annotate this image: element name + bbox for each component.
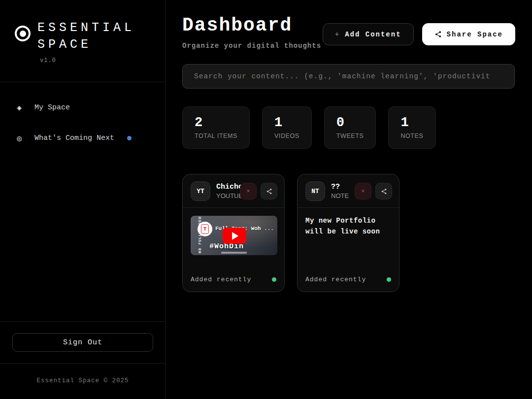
stat-label: VIDEOS [274,133,299,139]
play-button[interactable] [223,228,246,244]
stats-row: 2 TOTAL ITEMS 1 VIDEOS 0 TWEETS 1 NOTES [182,106,515,149]
card-body: HD FULL VIDEO T Full Song: Woh ... #WohD… [183,208,284,276]
stat-card-total-items: 2 TOTAL ITEMS [182,106,250,149]
brand-line-2: SPACE [37,36,135,53]
brand-name: ESSENTIAL SPACE [37,20,135,53]
page-subtitle: Organize your digital thoughts [182,42,321,50]
plus-icon: + [335,31,340,38]
stat-card-notes: 1 NOTES [388,106,435,149]
content-card-note: NT ?? NOTE × [297,174,399,292]
card-title: Chichore [216,183,239,191]
page-title: Dashboard [182,15,321,36]
add-content-label: Add Content [345,31,401,38]
notification-dot [127,136,132,140]
sidebar-item-label: What's Coming Next [34,134,114,142]
header-actions: + Add Content Share Space [323,23,515,45]
card-header: NT ?? NOTE × [298,174,399,208]
main-header: Dashboard Organize your digital thoughts… [182,15,515,50]
share-card-button[interactable] [261,183,277,200]
stat-card-tweets: 0 TWEETS [324,106,376,149]
play-icon [232,232,238,240]
sign-out-button[interactable]: Sign Out [12,333,153,352]
brand-line-1: ESSENTIAL [37,20,135,36]
brand: ESSENTIAL SPACE [0,0,166,53]
main-content: Dashboard Organize your digital thoughts… [166,0,532,399]
sidebar-item-label: My Space [34,103,70,112]
status-dot [387,277,391,282]
share-space-button[interactable]: Share Space [422,23,515,45]
sidebar-item-whats-coming-next[interactable]: ◎ What's Coming Next [15,133,151,143]
brand-logo-dot [20,31,26,37]
stat-label: TWEETS [336,133,364,139]
stat-value: 1 [274,115,299,130]
delete-card-button[interactable]: × [355,183,371,200]
video-thumbnail[interactable]: HD FULL VIDEO T Full Song: Woh ... #WohD… [191,216,277,255]
share-space-label: Share Space [447,31,503,38]
note-text: My new Portfolio will be live soon [305,216,391,237]
search-section [182,64,515,89]
close-icon: × [361,188,365,195]
card-titles: Chichore YOUTUBE [216,183,239,200]
title-block: Dashboard Organize your digital thoughts [182,15,321,50]
stat-card-videos: 1 VIDEOS [262,106,312,149]
stat-value: 0 [336,115,364,130]
sidebar-item-my-space[interactable]: ◈ My Space [15,103,151,113]
stat-label: TOTAL ITEMS [195,133,237,139]
card-type-label: NOTE [331,192,354,200]
share-icon [434,31,442,38]
stat-label: NOTES [400,133,423,139]
card-type-label: YOUTUBE [216,192,239,200]
share-icon [381,188,387,195]
search-input[interactable] [182,64,515,89]
card-titles: ?? NOTE [331,183,354,200]
target-icon: ◎ [15,133,24,143]
card-body: My new Portfolio will be live soon [298,208,399,276]
sidebar-spacer [0,164,166,322]
card-footer: Added recently [298,276,399,292]
sign-out-section: Sign Out [0,321,166,363]
app-version: v1.0 [0,53,166,64]
content-card-youtube: YT Chichore YOUTUBE × [182,174,285,292]
app-root: ESSENTIAL SPACE v1.0 ◈ My Space ◎ What's… [0,0,532,399]
sidebar: ESSENTIAL SPACE v1.0 ◈ My Space ◎ What's… [0,0,166,399]
add-content-button[interactable]: + Add Content [323,23,414,45]
channel-logo: T [198,222,212,236]
card-header: YT Chichore YOUTUBE × [183,174,284,208]
status-dot [272,277,276,282]
close-icon: × [246,188,250,195]
thumbnail-caption-bar [221,252,247,254]
note-type-badge: NT [305,181,325,201]
card-footer: Added recently [183,276,284,292]
delete-card-button[interactable]: × [240,183,257,200]
diamond-icon: ◈ [15,103,24,113]
youtube-type-badge: YT [191,181,210,201]
sidebar-footer: Essential Space © 2025 [0,363,166,399]
share-icon [266,188,272,195]
channel-letter: T [201,224,209,234]
stat-value: 1 [400,115,423,130]
share-card-button[interactable] [375,183,392,200]
sidebar-nav: ◈ My Space ◎ What's Coming Next [0,82,166,164]
added-recently-label: Added recently [305,276,366,283]
added-recently-label: Added recently [191,276,251,283]
brand-logo-icon [15,26,31,41]
stat-value: 2 [195,115,237,130]
content-cards-row: YT Chichore YOUTUBE × [182,174,515,292]
card-title: ?? [331,183,354,191]
